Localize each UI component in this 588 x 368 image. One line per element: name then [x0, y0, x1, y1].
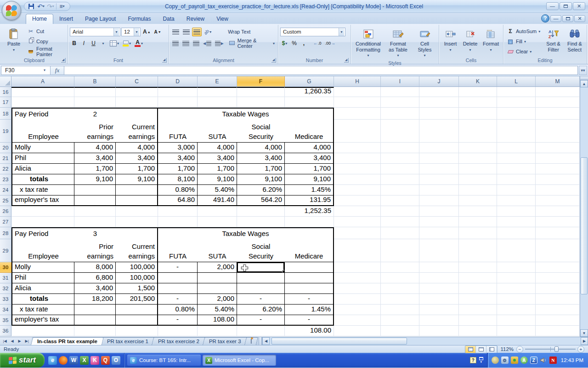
tab-split-handle[interactable]: [259, 337, 262, 345]
cell-E24[interactable]: 5.40%: [198, 185, 237, 196]
page-break-view-button[interactable]: [486, 346, 497, 353]
row-header-24[interactable]: 24: [0, 185, 11, 196]
cell-E32[interactable]: [198, 283, 237, 294]
grow-font-button[interactable]: A▲: [141, 28, 152, 36]
cell-G23[interactable]: 9,100: [285, 174, 334, 185]
cell-J34[interactable]: [419, 305, 459, 315]
cell-D21[interactable]: 3,400: [158, 153, 198, 164]
cell-M21[interactable]: [536, 153, 580, 164]
row-header-29[interactable]: 29: [0, 239, 11, 262]
antivirus-tray-icon[interactable]: A: [520, 356, 528, 364]
cell-L28[interactable]: [497, 227, 536, 239]
cell-G17[interactable]: [285, 97, 334, 108]
row-header-19[interactable]: 19: [0, 120, 11, 143]
cell-I21[interactable]: [381, 153, 419, 164]
cell-C25[interactable]: [116, 196, 158, 206]
cell-E36[interactable]: [198, 326, 237, 336]
font-dialog-launcher[interactable]: ◢: [162, 58, 167, 63]
cell-M27[interactable]: [536, 217, 580, 227]
cell-A25[interactable]: employer's tax: [11, 196, 74, 206]
cell-L32[interactable]: [497, 283, 536, 294]
cell-D25[interactable]: 64.80: [158, 196, 198, 206]
cell-F34[interactable]: 6.20%: [237, 305, 285, 315]
cell-A21[interactable]: Phil: [11, 153, 74, 164]
cell-K30[interactable]: [459, 262, 497, 273]
cell-F21[interactable]: 3,400: [237, 153, 285, 164]
cell-L33[interactable]: [497, 294, 536, 305]
row-header-33[interactable]: 33: [0, 294, 11, 305]
key-app-icon[interactable]: K: [90, 356, 99, 365]
cell-A27[interactable]: [11, 217, 74, 227]
cell-C19[interactable]: Current earnings: [116, 120, 158, 143]
name-box[interactable]: F30▾: [1, 66, 51, 75]
workbook-close-button[interactable]: ✕: [574, 15, 585, 22]
excel-icon[interactable]: X: [80, 356, 89, 365]
vertical-scroll-thumb[interactable]: [581, 157, 588, 294]
row-header-23[interactable]: 23: [0, 174, 11, 185]
cell-A32[interactable]: Alicia: [11, 283, 74, 294]
expand-formula-bar-button[interactable]: ▾▾: [579, 66, 587, 75]
cell-L34[interactable]: [497, 305, 536, 315]
row-header-25[interactable]: 25: [0, 196, 11, 206]
cell-B28[interactable]: 3: [74, 227, 116, 239]
cell-K32[interactable]: [459, 283, 497, 294]
row-header-32[interactable]: 32: [0, 283, 11, 294]
tab-home[interactable]: Home: [26, 14, 53, 24]
align-left-button[interactable]: [171, 39, 180, 48]
cell-G33[interactable]: -: [285, 294, 334, 305]
cell-H28[interactable]: [334, 227, 381, 239]
cell-C22[interactable]: 1,700: [116, 164, 158, 174]
cell-E19[interactable]: SUTA: [198, 120, 237, 143]
cell-B29[interactable]: Prior earnings: [74, 239, 116, 262]
cell-B18[interactable]: 2: [74, 108, 116, 120]
insert-function-button[interactable]: fx: [51, 66, 64, 75]
cell-B31[interactable]: 6,800: [74, 273, 116, 283]
cell-F29[interactable]: Social Security: [237, 239, 285, 262]
find-select-button[interactable]: Find & Select: [565, 27, 585, 56]
cell-D26[interactable]: [158, 206, 198, 217]
delete-cells-button[interactable]: Delete▾: [461, 27, 480, 56]
cell-C27[interactable]: [116, 217, 158, 227]
column-header-H[interactable]: H: [334, 76, 381, 86]
cell-B26[interactable]: [74, 206, 116, 217]
align-middle-button[interactable]: [181, 28, 191, 36]
cell-I16[interactable]: [381, 87, 419, 97]
cell-K21[interactable]: [459, 153, 497, 164]
shield-tray-icon[interactable]: [511, 356, 518, 364]
cell-J24[interactable]: [419, 185, 459, 196]
cell-C17[interactable]: [116, 97, 158, 108]
cell-H20[interactable]: [334, 143, 381, 153]
cell-B33[interactable]: 18,200: [74, 294, 116, 305]
cell-I32[interactable]: [381, 283, 419, 294]
cell-C29[interactable]: Current earnings: [116, 239, 158, 262]
cell-D20[interactable]: 3,000: [158, 143, 198, 153]
row-header-18[interactable]: 18: [0, 108, 11, 120]
cell-C21[interactable]: 3,400: [116, 153, 158, 164]
vertical-scrollbar[interactable]: ▲ ▼: [580, 76, 588, 337]
cell-H36[interactable]: [334, 326, 381, 336]
cell-B24[interactable]: [74, 185, 116, 196]
cell-D30[interactable]: -: [158, 262, 198, 273]
cell-I36[interactable]: [381, 326, 419, 336]
cell-C34[interactable]: [116, 305, 158, 315]
cell-I23[interactable]: [381, 174, 419, 185]
cell-M19[interactable]: [536, 120, 580, 143]
format-cells-button[interactable]: Format▾: [481, 27, 501, 56]
page-layout-view-button[interactable]: [476, 346, 486, 353]
zoom-slider[interactable]: [525, 349, 576, 350]
cell-F33[interactable]: -: [237, 294, 285, 305]
horizontal-scrollbar[interactable]: ◀ ▶: [262, 337, 588, 345]
cell-J27[interactable]: [419, 217, 459, 227]
cell-G26[interactable]: 1,252.35: [285, 206, 334, 217]
cell-A35[interactable]: employer's tax: [11, 315, 74, 326]
cell-J32[interactable]: [419, 283, 459, 294]
cell-E29[interactable]: SUTA: [198, 239, 237, 262]
cell-L36[interactable]: [497, 326, 536, 336]
cell-L31[interactable]: [497, 273, 536, 283]
cell-F23[interactable]: 9,100: [237, 174, 285, 185]
cell-D27[interactable]: [158, 217, 198, 227]
outlook-icon[interactable]: O: [112, 356, 120, 365]
column-header-K[interactable]: K: [459, 76, 497, 86]
norton-tray-icon[interactable]: N: [549, 356, 557, 364]
cell-J26[interactable]: [419, 206, 459, 217]
